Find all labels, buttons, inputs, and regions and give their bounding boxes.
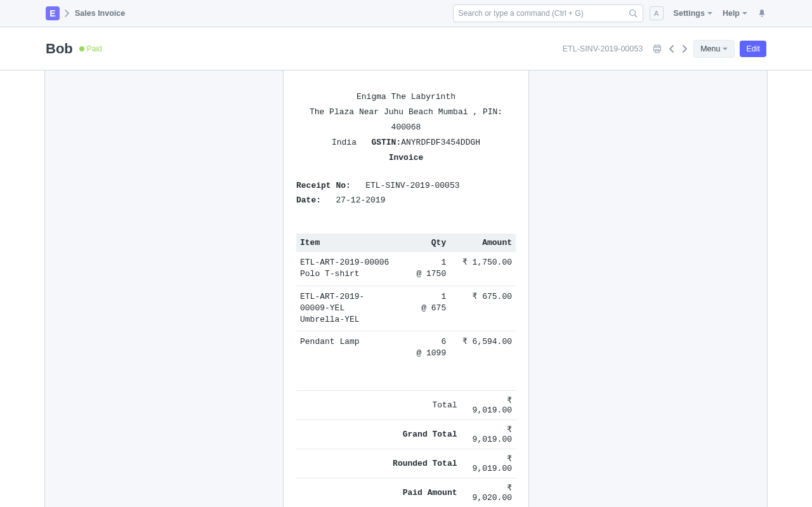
header-item: Item — [296, 234, 395, 252]
total-label: Rounded Total — [296, 449, 461, 478]
doc-heading: Invoice — [296, 150, 516, 166]
menu-label: Menu — [700, 44, 720, 53]
item-cell: Pendant Lamp — [296, 331, 395, 365]
help-label: Help — [723, 9, 740, 18]
total-value: ₹ 9,019.00 — [461, 419, 516, 449]
search-box[interactable] — [453, 4, 643, 22]
total-value: ₹ 9,019.00 — [461, 390, 516, 419]
caret-down-icon — [742, 12, 747, 15]
receipt-label: Receipt No: — [296, 181, 351, 190]
svg-rect-3 — [654, 47, 661, 51]
svg-point-0 — [629, 10, 635, 16]
print-icon[interactable] — [652, 43, 663, 55]
search-icon — [629, 9, 638, 18]
company-country-gstin: India GSTIN:ANYRDFDF3454DDGH — [296, 135, 516, 150]
navbar-right: A Settings Help — [650, 6, 766, 20]
item-cell: ETL-ART-2019-00009-YELUmbrella-YEL — [296, 286, 395, 331]
company-address: The Plaza Near Juhu Beach Mumbai , PIN: … — [296, 105, 516, 135]
bell-icon[interactable] — [757, 9, 766, 18]
status-label: Paid — [87, 44, 102, 53]
total-value: ₹ 9,020.00 — [461, 478, 516, 507]
breadcrumb[interactable]: Sales Invoice — [75, 9, 125, 18]
menu-button[interactable]: Menu — [693, 40, 735, 58]
qty-cell: 6@ 1099 — [395, 331, 450, 365]
header-amount: Amount — [450, 234, 516, 252]
edit-button[interactable]: Edit — [740, 41, 766, 57]
table-row: ETL-ART-2019-00006Polo T-shirt1@ 1750₹ 1… — [296, 252, 516, 286]
table-row: Pendant Lamp6@ 1099₹ 6,594.00 — [296, 331, 516, 365]
qty-cell: 1@ 1750 — [395, 252, 450, 286]
print-preview: Enigma The Labyrinth The Plaza Near Juhu… — [283, 70, 529, 507]
qty-cell: 1@ 675 — [395, 286, 450, 331]
page-head: Bob Paid ETL-SINV-2019-00053 Menu Edit — [0, 27, 812, 70]
table-header-row: Item Qty Amount — [296, 234, 516, 252]
navbar-center — [125, 4, 649, 22]
doc-id: ETL-SINV-2019-00053 — [563, 44, 643, 53]
items-table: Item Qty Amount ETL-ART-2019-00006Polo T… — [296, 234, 516, 364]
next-icon[interactable] — [681, 44, 688, 54]
prev-icon[interactable] — [668, 44, 676, 54]
gstin-label: GSTIN: — [371, 138, 401, 147]
receipt-value: ETL-SINV-2019-00053 — [365, 181, 459, 190]
totals-row: Grand Total₹ 9,019.00 — [296, 419, 516, 449]
total-label: Grand Total — [296, 419, 461, 449]
status-badge: Paid — [79, 44, 102, 53]
table-row: ETL-ART-2019-00009-YELUmbrella-YEL1@ 675… — [296, 286, 516, 331]
date-label: Date: — [296, 195, 321, 205]
amount-cell: ₹ 1,750.00 — [450, 252, 516, 286]
help-menu[interactable]: Help — [723, 9, 747, 18]
country: India — [332, 138, 357, 147]
avatar[interactable]: A — [650, 6, 664, 20]
date-row: Date: 27-12-2019 — [296, 195, 516, 205]
settings-menu[interactable]: Settings — [674, 9, 712, 18]
chevron-right-icon — [65, 10, 70, 17]
amount-cell: ₹ 675.00 — [450, 286, 516, 331]
totals-row: Rounded Total₹ 9,019.00 — [296, 449, 516, 478]
svg-line-1 — [634, 15, 637, 18]
amount-cell: ₹ 6,594.00 — [450, 331, 516, 365]
invoice-header: Enigma The Labyrinth The Plaza Near Juhu… — [296, 89, 516, 166]
page-body: Enigma The Labyrinth The Plaza Near Juhu… — [0, 70, 812, 507]
caret-down-icon — [723, 48, 728, 50]
caret-down-icon — [707, 12, 712, 15]
totals-table: Total₹ 9,019.00Grand Total₹ 9,019.00Roun… — [296, 390, 516, 507]
gstin-value: ANYRDFDF3454DDGH — [401, 138, 480, 147]
settings-label: Settings — [674, 9, 705, 18]
total-value: ₹ 9,019.00 — [461, 449, 516, 478]
company-name: Enigma The Labyrinth — [296, 89, 516, 105]
form-layout: Enigma The Labyrinth The Plaza Near Juhu… — [44, 70, 768, 507]
total-label: Paid Amount — [296, 478, 461, 507]
page-title-group: Bob Paid — [46, 41, 102, 57]
page-title: Bob — [46, 41, 73, 57]
navbar: E Sales Invoice A Settings Help — [0, 0, 812, 27]
receipt-row: Receipt No: ETL-SINV-2019-00053 — [296, 181, 516, 190]
totals-row: Total₹ 9,019.00 — [296, 390, 516, 419]
app-logo[interactable]: E — [46, 6, 60, 20]
header-qty: Qty — [395, 234, 450, 252]
item-cell: ETL-ART-2019-00006Polo T-shirt — [296, 252, 395, 286]
totals-row: Paid Amount₹ 9,020.00 — [296, 478, 516, 507]
date-value: 27-12-2019 — [336, 195, 385, 205]
navbar-left: E Sales Invoice — [46, 6, 125, 20]
search-input[interactable] — [459, 9, 629, 18]
total-label: Total — [296, 390, 461, 419]
status-dot-icon — [79, 46, 84, 51]
page-actions: ETL-SINV-2019-00053 Menu Edit — [563, 40, 766, 58]
